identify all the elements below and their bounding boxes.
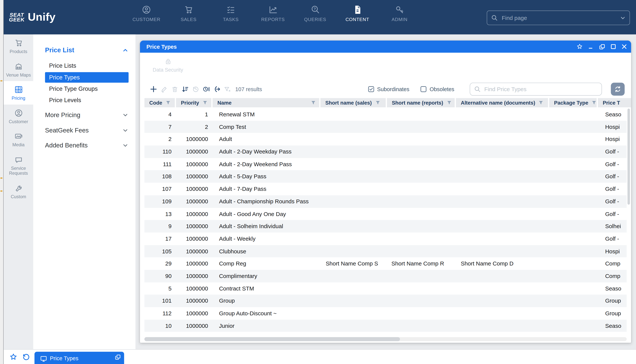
filter-icon[interactable] xyxy=(165,100,171,105)
find-page-input[interactable] xyxy=(501,14,617,22)
vertical-scrollbar[interactable] xyxy=(627,108,630,205)
scrollbar-thumb[interactable] xyxy=(144,337,400,341)
table-row[interactable]: 1101000000Adult - 2-Day Weekday PassGolf… xyxy=(144,146,627,158)
find-page-search[interactable] xyxy=(487,10,630,25)
filter-icon[interactable] xyxy=(446,100,452,105)
favorite-star-icon[interactable] xyxy=(576,44,583,50)
favorites-star-icon[interactable] xyxy=(9,353,18,361)
filter-icon[interactable] xyxy=(202,100,208,105)
sidebar-item-media[interactable]: Media xyxy=(4,128,33,151)
sidebar-item-custom[interactable]: Custom xyxy=(4,179,33,202)
menu-section-price-list[interactable]: Price List xyxy=(45,46,128,54)
filter-icon[interactable] xyxy=(375,100,380,105)
cell-alt_name_documents xyxy=(456,170,548,183)
menu-item-price-type-groups[interactable]: Price Type Groups xyxy=(49,86,98,92)
column-header-price_type_group[interactable]: Price T xyxy=(598,98,631,107)
cell-price_type_group: Hospi xyxy=(598,121,627,133)
table-row[interactable]: 91000000Adult - Solheim IndividualSolhei xyxy=(144,220,627,233)
nav-item-queries[interactable]: ? QUERIES xyxy=(294,5,336,22)
column-header-package_type[interactable]: Package Type xyxy=(549,98,596,107)
filter-icon[interactable] xyxy=(538,100,544,105)
restore-icon[interactable] xyxy=(599,44,605,50)
sidebar-item-products[interactable]: Products xyxy=(4,34,33,58)
cell-priority: 1000000 xyxy=(176,270,211,282)
nav-item-admin[interactable]: ADMIN xyxy=(378,5,421,22)
filter-icon[interactable] xyxy=(311,100,316,105)
cell-short_name_reports xyxy=(387,232,455,245)
menu-section-added-benefits[interactable]: Added Benefits xyxy=(45,142,128,149)
cell-short_name_sales xyxy=(320,208,386,220)
column-header-short_name_reports[interactable]: Short name (reports) xyxy=(387,98,455,107)
chevron-down-icon[interactable] xyxy=(620,15,625,20)
subordinates-checkbox[interactable]: Subordinates xyxy=(368,86,409,92)
cell-short_name_sales xyxy=(320,320,386,332)
nav-item-sales[interactable]: SALES xyxy=(167,5,210,22)
table-row[interactable]: 21000000AdultHospi xyxy=(144,133,627,146)
add-icon[interactable] xyxy=(150,86,157,93)
table-row[interactable]: 41Renewal STMSeaso xyxy=(144,108,627,121)
maximize-icon[interactable] xyxy=(610,44,616,50)
find-price-types-input[interactable] xyxy=(483,86,597,93)
sidebar-item-venue-maps[interactable]: Venue Maps xyxy=(4,58,33,81)
table-row[interactable]: 171000000Adult - WeeklyGolf - xyxy=(144,232,627,245)
minimize-icon[interactable] xyxy=(588,44,594,50)
horizontal-scrollbar[interactable] xyxy=(144,337,627,341)
cell-short_name_sales xyxy=(320,146,386,158)
recent-history-icon[interactable] xyxy=(22,353,30,361)
delete-trash-icon[interactable] xyxy=(171,86,178,93)
taskbar-tab-price-types[interactable]: Price Types xyxy=(35,352,124,364)
edit-pencil-icon[interactable] xyxy=(161,86,167,93)
table-row[interactable]: 51000000Contract STMSeaso xyxy=(144,282,627,295)
column-header-code[interactable]: Code xyxy=(144,98,175,107)
nav-item-customer[interactable]: CUSTOMER xyxy=(125,5,167,22)
menu-item-price-types[interactable]: Price Types xyxy=(45,72,129,83)
column-header-name[interactable]: Name xyxy=(213,98,319,107)
table-row[interactable]: 1011000000GroupGroup xyxy=(144,295,627,307)
menu-item-price-levels[interactable]: Price Levels xyxy=(49,97,81,103)
column-header-alt_name_documents[interactable]: Alternative name (documents) xyxy=(456,98,548,107)
table-row[interactable]: 1081000000Adult - 5-Day PassGolf - xyxy=(144,170,627,183)
sidebar-label: Venue Maps xyxy=(6,72,31,78)
table-row[interactable]: 72Comp TestHospi xyxy=(144,121,627,133)
window-titlebar[interactable]: Price Types xyxy=(140,40,631,53)
close-icon[interactable] xyxy=(621,44,627,50)
cell-name: Complimentary xyxy=(213,270,319,282)
nav-item-reports[interactable]: REPORTS xyxy=(252,5,294,22)
cell-alt_name_documents xyxy=(456,320,548,332)
table-row[interactable]: 101000000JuniorSeaso xyxy=(144,320,627,332)
cell-short_name_sales xyxy=(320,170,386,183)
table-row[interactable]: 1111000000Adult - 2-Day Weekend PassGolf… xyxy=(144,158,627,170)
sidebar-item-customer[interactable]: Customer xyxy=(4,104,33,128)
menu-section-seatgeek-fees[interactable]: SeatGeek Fees xyxy=(45,127,128,134)
menu-item-price-lists[interactable]: Price Lists xyxy=(49,62,76,69)
table-row[interactable]: 901000000ComplimentaryComp xyxy=(144,270,627,282)
cell-price_type_group: Golf - xyxy=(598,195,627,208)
sort-icon[interactable] xyxy=(182,86,189,93)
nav-item-tasks[interactable]: TASKS xyxy=(210,5,252,22)
table-row[interactable]: 1121000000Group Auto-Discount ~Group xyxy=(144,307,627,320)
menu-section-more-pricing[interactable]: More Pricing xyxy=(45,112,128,118)
obsoletes-checkbox[interactable]: Obsoletes xyxy=(420,86,454,92)
table-row[interactable]: 1071000000Adult - 7-Day PassGolf - xyxy=(144,183,627,195)
filter-icon[interactable] xyxy=(592,100,597,105)
app-logo[interactable]: SEATGEEK Unify xyxy=(9,11,56,24)
table-row[interactable]: 1091000000Adult - Championship Rounds Pa… xyxy=(144,195,627,208)
column-header-short_name_sales[interactable]: Short name (sales) xyxy=(320,98,386,107)
sidebar-item-pricing[interactable]: Pricing xyxy=(4,81,33,104)
table-row[interactable]: 1051000000ClubhouseHospi xyxy=(144,245,627,258)
clear-filter-icon[interactable] xyxy=(224,86,231,93)
sidebar-item-service-requests[interactable]: Service Requests xyxy=(4,151,33,180)
nav-item-content[interactable]: CONTENT xyxy=(336,5,378,22)
recent-changes-icon[interactable] xyxy=(203,86,210,93)
refresh-button[interactable] xyxy=(611,82,625,96)
duplicate-icon[interactable] xyxy=(115,354,121,360)
cell-short_name_sales xyxy=(320,282,386,295)
column-header-priority[interactable]: Priority xyxy=(176,98,211,107)
column-label: Alternative name (documents) xyxy=(461,100,535,106)
table-row[interactable]: 131000000Adult - Good Any One DayGolf - xyxy=(144,208,627,220)
table-row[interactable]: 291000000Comp RegShort Name Comp SShort … xyxy=(144,257,627,270)
export-icon[interactable] xyxy=(213,86,220,93)
data-security-button[interactable]: Data Security xyxy=(150,58,186,73)
history-clock-icon[interactable] xyxy=(192,86,199,93)
find-price-types-search[interactable] xyxy=(470,82,602,96)
